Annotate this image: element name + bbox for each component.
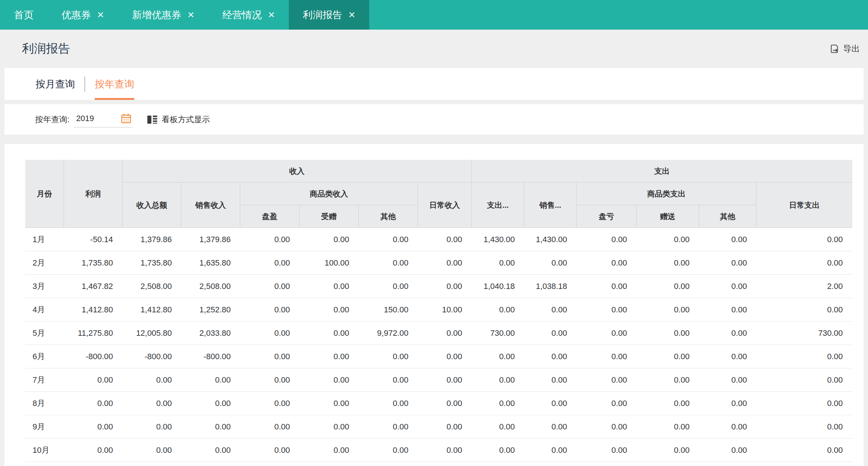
spacer — [0, 135, 868, 144]
tab-query-by-year[interactable]: 按年查询 — [95, 68, 134, 100]
value-cell: 0.00 — [299, 228, 359, 251]
month-cell: 3月 — [25, 275, 64, 298]
value-cell: 0.00 — [240, 275, 299, 298]
close-tab-icon[interactable]: ✕ — [268, 11, 275, 19]
value-cell: 0.00 — [240, 298, 299, 322]
value-cell: 0.00 — [577, 322, 637, 345]
value-cell: 0.00 — [756, 298, 852, 322]
value-cell: 0.00 — [418, 368, 472, 392]
export-button[interactable]: 导出 — [830, 43, 860, 55]
value-cell: 0.00 — [359, 275, 418, 298]
value-cell: 0.00 — [524, 322, 577, 345]
export-label: 导出 — [843, 43, 860, 55]
value-cell: 0.00 — [299, 298, 359, 322]
calendar-icon[interactable] — [121, 113, 132, 124]
tab-query-by-month[interactable]: 按月查询 — [35, 68, 75, 100]
value-cell: 0.00 — [577, 345, 637, 368]
close-tab-icon[interactable]: ✕ — [348, 11, 355, 19]
value-cell: 0.00 — [577, 368, 637, 392]
col-gift-received: 受赠 — [299, 205, 359, 228]
window-tab-label: 新增优惠券 — [132, 8, 181, 22]
profit-table: 月份 利润 收入 支出 收入总额 销售收入 商品类收入 日常收入 支出... 销… — [25, 160, 852, 462]
board-view-icon — [147, 115, 158, 124]
value-cell: 0.00 — [181, 439, 240, 462]
tab-divider — [84, 76, 85, 92]
col-group-product-income: 商品类收入 — [240, 183, 418, 205]
col-profit: 利润 — [64, 160, 122, 228]
table-row: 10月0.000.000.000.000.000.000.000.000.000… — [25, 439, 852, 462]
window-tab-优惠券[interactable]: 优惠券✕ — [48, 0, 118, 30]
window-tab-首页[interactable]: 首页 — [0, 0, 48, 30]
value-cell: -800.00 — [181, 345, 240, 368]
month-cell: 8月 — [25, 392, 64, 415]
table-row: 6月-800.00-800.00-800.000.000.000.000.000… — [25, 345, 852, 368]
value-cell: 0.00 — [359, 439, 418, 462]
value-cell: 0.00 — [418, 322, 472, 345]
value-cell: 9,972.00 — [359, 322, 418, 345]
col-gift-given: 赠送 — [637, 205, 699, 228]
value-cell: 0.00 — [699, 322, 756, 345]
value-cell: 2,508.00 — [122, 275, 181, 298]
year-value: 2019 — [76, 114, 94, 123]
value-cell: 0.00 — [240, 228, 299, 251]
value-cell: 730.00 — [472, 322, 524, 345]
value-cell: 0.00 — [699, 439, 756, 462]
value-cell: -800.00 — [64, 345, 122, 368]
window-tab-利润报告[interactable]: 利润报告✕ — [289, 0, 369, 30]
col-expense-total: 支出... — [472, 183, 524, 228]
value-cell: 0.00 — [637, 298, 699, 322]
close-tab-icon[interactable]: ✕ — [187, 11, 195, 19]
value-cell: 0.00 — [699, 251, 756, 275]
value-cell: 2,508.00 — [181, 275, 240, 298]
value-cell: 0.00 — [524, 415, 577, 439]
export-icon — [830, 44, 839, 54]
board-view-toggle[interactable]: 看板方式显示 — [147, 114, 210, 125]
spacer — [0, 100, 868, 104]
window-tab-bar: 首页优惠券✕新增优惠券✕经营情况✕利润报告✕ — [0, 0, 868, 30]
window-tab-新增优惠券[interactable]: 新增优惠券✕ — [118, 0, 208, 30]
value-cell: 0.00 — [637, 392, 699, 415]
value-cell: 0.00 — [418, 345, 472, 368]
month-cell: 4月 — [25, 298, 64, 322]
value-cell: 0.00 — [637, 439, 699, 462]
value-cell: 0.00 — [524, 345, 577, 368]
col-other-expense: 其他 — [699, 205, 756, 228]
value-cell: 1,252.80 — [181, 298, 240, 322]
value-cell: 0.00 — [637, 228, 699, 251]
value-cell: 0.00 — [699, 275, 756, 298]
value-cell: 0.00 — [472, 251, 524, 275]
value-cell: 0.00 — [472, 392, 524, 415]
value-cell: -800.00 — [122, 345, 181, 368]
value-cell: 0.00 — [240, 368, 299, 392]
value-cell: 1,430.00 — [524, 228, 577, 251]
value-cell: 0.00 — [299, 368, 359, 392]
value-cell: 2,033.80 — [181, 322, 240, 345]
col-group-income: 收入 — [122, 160, 472, 183]
value-cell: 0.00 — [299, 322, 359, 345]
value-cell: 0.00 — [359, 251, 418, 275]
value-cell: 1,379.86 — [122, 228, 181, 251]
col-inventory-loss: 盘亏 — [577, 205, 637, 228]
table-body: 1月-50.141,379.861,379.860.000.000.000.00… — [25, 228, 852, 462]
col-sales-income: 销售收入 — [181, 183, 240, 228]
close-tab-icon[interactable]: ✕ — [97, 11, 104, 19]
year-input[interactable]: 2019 — [74, 112, 133, 128]
table-row: 2月1,735.801,735.801,635.800.00100.000.00… — [25, 251, 852, 275]
value-cell: 0.00 — [577, 251, 637, 275]
year-query-label: 按年查询: — [35, 114, 69, 125]
value-cell: 0.00 — [299, 392, 359, 415]
value-cell: 0.00 — [359, 368, 418, 392]
value-cell: 0.00 — [299, 275, 359, 298]
report-table-card: 月份 利润 收入 支出 收入总额 销售收入 商品类收入 日常收入 支出... 销… — [4, 144, 864, 466]
window-tab-经营情况[interactable]: 经营情况✕ — [208, 0, 289, 30]
value-cell: 0.00 — [64, 415, 122, 439]
value-cell: 0.00 — [577, 439, 637, 462]
value-cell: 0.00 — [756, 345, 852, 368]
value-cell: 0.00 — [240, 415, 299, 439]
value-cell: 0.00 — [64, 392, 122, 415]
value-cell: 1,379.86 — [181, 228, 240, 251]
value-cell: 0.00 — [240, 322, 299, 345]
table-row: 7月0.000.000.000.000.000.000.000.000.000.… — [25, 368, 852, 392]
col-group-expense: 支出 — [472, 160, 852, 183]
month-cell: 2月 — [25, 251, 64, 275]
